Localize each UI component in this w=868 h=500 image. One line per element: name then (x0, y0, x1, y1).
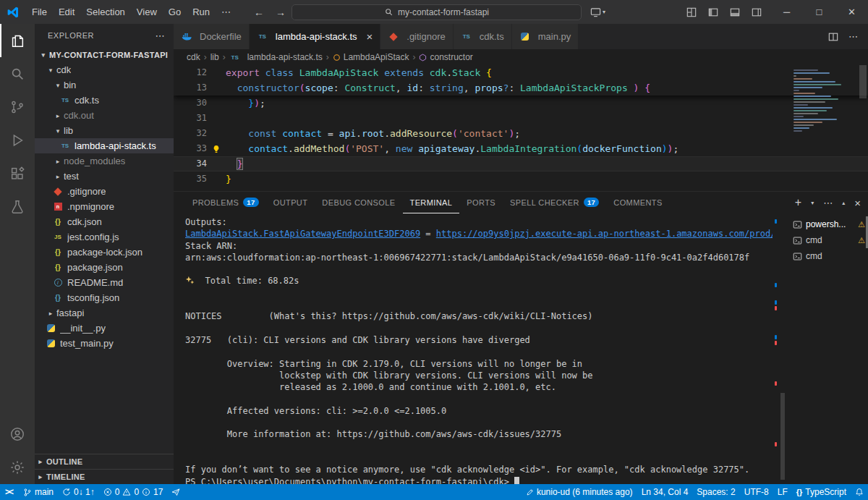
menu-go[interactable]: Go (163, 4, 187, 20)
command-center-search[interactable]: my-contact-form-fastapi (292, 4, 582, 20)
tree-item-npmignore[interactable]: n.npmignore (35, 199, 174, 214)
encoding-status[interactable]: UTF-8 (740, 484, 773, 500)
code-line-32[interactable]: 32 const contact = api.root.addResource(… (174, 126, 868, 141)
tree-item-cdk-out[interactable]: ▸cdk.out (35, 108, 174, 123)
editor-scrollbar[interactable] (858, 65, 868, 191)
scrollbar-thumb[interactable] (859, 65, 867, 98)
monitor-dropdown-icon[interactable]: ▾ (589, 6, 607, 19)
breadcrumb-item-lambda-api-stack-ts[interactable]: TSlambda-api-stack.ts (229, 51, 323, 63)
lightbulb-icon[interactable] (207, 141, 226, 156)
eol-status[interactable]: LF (773, 484, 792, 500)
close-icon[interactable]: × (367, 30, 373, 43)
tree-item-cdk[interactable]: ▾cdk (35, 62, 174, 77)
toggle-panel-icon[interactable] (728, 6, 741, 19)
cursor-position-status[interactable]: Ln 34, Col 4 (637, 484, 693, 500)
code-line-33[interactable]: 33 contact.addMethod('POST', new apigate… (174, 141, 868, 156)
terminal-link[interactable]: https://op9ys0jpzj.execute-api.ap-northe… (436, 229, 773, 239)
tree-item-cdk-ts[interactable]: TScdk.ts (35, 93, 174, 108)
tree-item-gitignore[interactable]: .gitignore (35, 184, 174, 199)
activity-extensions-icon[interactable] (0, 157, 35, 190)
activity-run-and-debug-icon[interactable] (0, 124, 35, 157)
notifications-bell-icon[interactable] (851, 484, 868, 500)
minimap[interactable] (789, 65, 858, 191)
tab-gitignore[interactable]: .gitignore (380, 24, 453, 49)
menu-run[interactable]: Run (187, 4, 216, 20)
menu-edit[interactable]: Edit (53, 4, 80, 20)
maximize-button[interactable]: □ (803, 0, 835, 24)
terminal-list-item-cmd[interactable]: cmd⚠ (787, 232, 868, 248)
remote-indicator[interactable]: >< (0, 484, 19, 500)
terminal-list-item-cmd[interactable]: cmd (787, 248, 868, 264)
code-line-30[interactable]: 30 }); (174, 96, 868, 111)
menu-selection[interactable]: Selection (80, 4, 130, 20)
outline-section[interactable]: ▸ OUTLINE (35, 454, 174, 469)
tree-root[interactable]: ▾MY-CONTACT-FORM-FASTAPI (35, 47, 174, 62)
minimize-button[interactable]: ─ (770, 0, 803, 24)
panel-tab-debug-console[interactable]: DEBUG CONSOLE (315, 192, 402, 213)
tree-item-bin[interactable]: ▾bin (35, 77, 174, 93)
menu-more[interactable]: ⋯ (216, 4, 237, 20)
tree-item-test[interactable]: ▸test (35, 169, 174, 184)
tab-main-py[interactable]: main.py (512, 24, 579, 49)
tab-lambda-api-stack-ts[interactable]: TSlambda-api-stack.ts× (250, 24, 380, 49)
terminal-launch-dropdown-icon[interactable]: ▾ (811, 200, 814, 206)
code-line-13[interactable]: 13 constructor(scope: Construct, id: str… (174, 80, 868, 96)
activity-source-control-icon[interactable] (0, 90, 35, 124)
tree-item-node-modules[interactable]: ▸node_modules (35, 153, 174, 169)
tab-dockerfile[interactable]: Dockerfile (174, 24, 250, 49)
activity-explorer-icon[interactable] (0, 24, 35, 57)
scrollbar-thumb[interactable] (780, 393, 785, 480)
activity-account-icon[interactable] (0, 418, 35, 451)
problems-status[interactable]: 0 0 17 (99, 484, 168, 500)
new-terminal-button[interactable]: + (795, 196, 801, 209)
panel-tab-comments[interactable]: COMMENTS (606, 192, 669, 213)
activity-settings-icon[interactable] (0, 451, 35, 484)
tree-item-package-lock-json[interactable]: {}package-lock.json (35, 245, 174, 260)
tree-item-test-main-py[interactable]: test_main.py (35, 336, 174, 351)
branch-status[interactable]: main (19, 484, 58, 500)
toggle-primary-sidebar-icon[interactable] (707, 6, 720, 19)
panel-tab-output[interactable]: OUTPUT (266, 192, 315, 213)
tree-item-jest-config-js[interactable]: JSjest.config.js (35, 229, 174, 245)
menu-file[interactable]: File (26, 4, 53, 20)
activity-search-icon[interactable] (0, 57, 35, 90)
code-line-34[interactable]: 34 } (174, 156, 868, 171)
panel-tab-ports[interactable]: PORTS (459, 192, 503, 213)
editor-more-actions-icon[interactable]: ⋯ (848, 31, 858, 42)
breadcrumb-item-constructor[interactable]: constructor (419, 52, 472, 62)
breadcrumb-item-cdk[interactable]: cdk (187, 52, 200, 62)
code-editor[interactable]: 12export class LambdaApiStack extends cd… (174, 65, 868, 191)
panel-more-actions-icon[interactable]: ⋯ (823, 198, 833, 208)
split-editor-icon[interactable] (828, 32, 838, 42)
breadcrumb-item-lib[interactable]: lib (210, 52, 219, 62)
breadcrumb-item-lambdaapistack[interactable]: LambdaApiStack (333, 52, 409, 62)
terminal[interactable]: Outputs:LambdaApiStack.FastApiGatewayEnd… (174, 213, 773, 484)
tree-item-package-json[interactable]: {}package.json (35, 260, 174, 275)
panel-tab-spell-checker[interactable]: SPELL CHECKER17 (503, 192, 606, 213)
customize-layout-icon[interactable] (685, 6, 698, 19)
terminal-list-item-powersh[interactable]: powersh...⚠ (787, 216, 868, 232)
terminal-link[interactable]: LambdaApiStack.FastApiGatewayEndpointE3D… (185, 229, 420, 239)
git-blame-status[interactable]: kunio-ud (6 minutes ago) (522, 484, 637, 500)
back-button[interactable]: ← (248, 6, 270, 19)
tree-item-lib[interactable]: ▾lib (35, 123, 174, 138)
close-panel-icon[interactable]: × (854, 197, 861, 209)
paper-plane-icon[interactable] (167, 484, 184, 500)
forward-button[interactable]: → (270, 6, 292, 19)
toggle-secondary-sidebar-icon[interactable] (750, 6, 763, 19)
tree-item-fastapi[interactable]: ▸fastapi (35, 305, 174, 321)
sync-status[interactable]: 0↓ 1↑ (58, 484, 99, 500)
panel-tab-problems[interactable]: PROBLEMS17 (185, 192, 266, 213)
indentation-status[interactable]: Spaces: 2 (692, 484, 739, 500)
maximize-panel-icon[interactable]: ▴ (842, 200, 845, 206)
tree-item-lambda-api-stack-ts[interactable]: TSlambda-api-stack.ts (35, 138, 174, 153)
menu-view[interactable]: View (131, 4, 163, 20)
tree-item-tsconfig-json[interactable]: {}tsconfig.json (35, 290, 174, 305)
activity-testing-icon[interactable] (0, 190, 35, 224)
tree-item-init-py[interactable]: __init__.py (35, 321, 174, 336)
tab-cdk-ts[interactable]: TScdk.ts (454, 24, 512, 49)
tree-item-readme-md[interactable]: iREADME.md (35, 275, 174, 290)
tree-item-cdk-json[interactable]: {}cdk.json (35, 214, 174, 229)
code-line-31[interactable]: 31 (174, 111, 868, 126)
panel-tab-terminal[interactable]: TERMINAL (403, 192, 460, 213)
